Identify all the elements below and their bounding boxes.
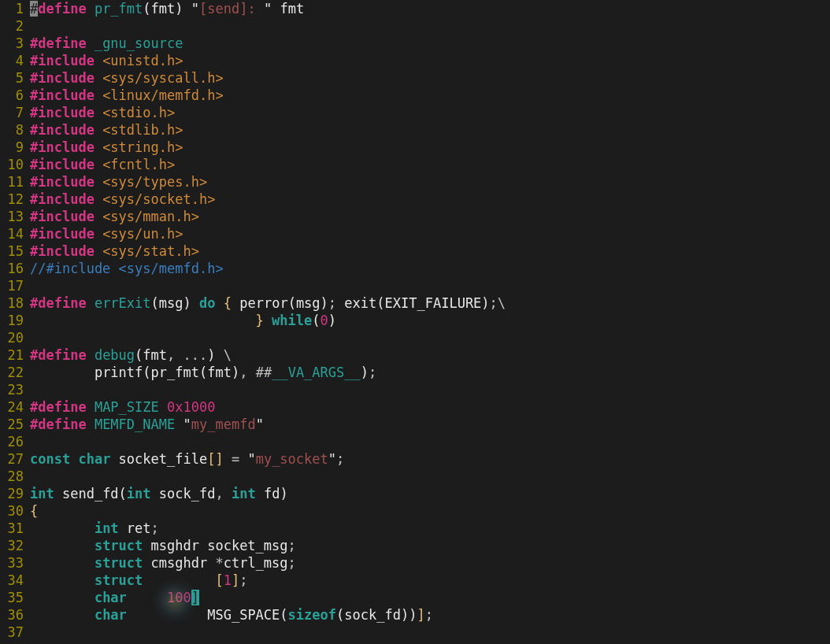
line-number: 5 — [0, 69, 24, 87]
token-number: 0 — [321, 313, 328, 328]
token-op: \ — [498, 295, 506, 311]
code-line[interactable] — [30, 433, 506, 450]
token-paren: ( — [119, 486, 127, 502]
token-directive: #include — [30, 191, 102, 207]
token-brace: } — [256, 313, 272, 328]
token-type: int — [232, 486, 264, 502]
token-brace: ] — [232, 572, 239, 588]
token-number: 1 — [224, 572, 232, 588]
token-paren: ( — [312, 313, 320, 328]
token-ident: MSG_SPACE — [207, 607, 280, 623]
code-line[interactable]: #include <sys/types.h> — [30, 173, 506, 191]
token-ident — [30, 365, 94, 380]
code-line[interactable]: struct [1]; — [30, 572, 506, 589]
code-line[interactable]: #define pr_fmt(fmt) "[send]: " fmt — [30, 0, 506, 17]
line-number: 8 — [0, 121, 24, 139]
code-line[interactable]: #define MEMFD_NAME "my_memfd" — [30, 416, 506, 433]
code-line[interactable]: } while(0) — [30, 312, 506, 329]
code-line[interactable] — [30, 329, 506, 346]
token-hlbracket: ] — [191, 590, 199, 605]
code-line[interactable]: printf(pr_fmt(fmt), ##__VA_ARGS__); — [30, 364, 506, 381]
line-number: 32 — [0, 537, 24, 554]
token-ident: sock_fd — [159, 486, 216, 502]
token-op: * — [215, 555, 223, 571]
code-line[interactable]: #include <stdio.h> — [30, 104, 506, 121]
token-directive: #include — [30, 226, 102, 242]
code-line[interactable]: char MSG_SPACE(sizeof(sock_fd))]; — [30, 606, 506, 624]
token-ident: ret — [127, 520, 151, 536]
code-line[interactable] — [30, 468, 506, 485]
code-line[interactable] — [30, 277, 506, 294]
code-area[interactable]: #define pr_fmt(fmt) "[send]: " fmt#defin… — [27, 0, 506, 641]
token-type: char — [94, 590, 135, 605]
token-string: my_memfd — [191, 416, 256, 432]
token-ident — [30, 572, 94, 588]
token-keyword: const — [30, 451, 78, 467]
code-line[interactable]: { — [30, 502, 506, 520]
token-type: int — [94, 520, 127, 536]
token-macroName: MEMFD_NAME — [94, 416, 183, 432]
editor[interactable]: 1234567891011121314151617181920212223242… — [0, 0, 830, 641]
token-string: my_socket — [256, 451, 328, 467]
token-paren: ) — [232, 365, 239, 380]
code-line[interactable]: #include <sys/mman.h> — [30, 208, 506, 225]
token-ident: fmt — [280, 1, 304, 17]
token-ident: ctrl_msg — [224, 555, 288, 571]
code-line[interactable] — [30, 624, 506, 641]
code-line[interactable]: int send_fd(int sock_fd, int fd) — [30, 485, 506, 502]
token-string: [send]: — [199, 1, 264, 17]
line-number: 20 — [0, 329, 24, 346]
token-keyword: sizeof — [288, 607, 336, 623]
token-directive: define — [38, 1, 94, 17]
code-line[interactable]: #define errExit(msg) do { perror(msg); e… — [30, 294, 506, 312]
token-directive: #include — [30, 174, 102, 190]
token-paren: ) — [328, 313, 336, 328]
token-directive: #include — [30, 53, 102, 68]
code-line[interactable]: int ret; — [30, 520, 506, 537]
code-line[interactable]: #include <stdlib.h> — [30, 121, 506, 139]
token-brace: ] — [417, 607, 424, 623]
code-line[interactable]: #include <sys/syscall.h> — [30, 69, 506, 87]
code-line[interactable] — [30, 381, 506, 398]
code-line[interactable]: #define _gnu_source — [30, 35, 506, 52]
code-line[interactable] — [30, 17, 506, 35]
code-line[interactable]: //#include <sys/memfd.h> — [30, 260, 506, 277]
line-number: 7 — [0, 104, 24, 121]
token-op: ## — [256, 365, 272, 380]
token-header: <unistd.h> — [102, 53, 183, 68]
token-type: int — [30, 486, 62, 502]
token-paren: ) — [321, 295, 328, 311]
code-line[interactable]: struct msghdr socket_msg; — [30, 537, 506, 554]
code-line[interactable]: char 100] — [30, 589, 506, 606]
line-number: 17 — [0, 277, 24, 294]
token-ident — [135, 590, 167, 605]
code-line[interactable]: #include <unistd.h> — [30, 52, 506, 69]
code-line[interactable]: #include <sys/un.h> — [30, 225, 506, 242]
line-number: 34 — [0, 572, 24, 589]
token-keyword: while — [272, 313, 312, 328]
code-line[interactable]: #define MAP_SIZE 0x1000 — [30, 398, 506, 416]
code-line[interactable]: #define debug(fmt, ...) \ — [30, 346, 506, 364]
token-header: <sys/un.h> — [102, 226, 183, 242]
token-ident: pr_fmt — [151, 365, 199, 380]
line-number: 26 — [0, 433, 24, 450]
line-number: 2 — [0, 17, 24, 35]
code-line[interactable]: struct cmsghdr *ctrl_msg; — [30, 554, 506, 572]
code-line[interactable]: #include <string.h> — [30, 139, 506, 156]
token-ident — [30, 520, 94, 536]
code-line[interactable]: #include <linux/memfd.h> — [30, 87, 506, 104]
token-paren: ( — [376, 295, 384, 311]
token-brace: { — [224, 295, 239, 311]
token-ident: socket_file — [119, 451, 208, 467]
code-line[interactable]: #include <fcntl.h> — [30, 156, 506, 173]
token-header: <fcntl.h> — [102, 157, 175, 172]
code-line[interactable]: #include <sys/stat.h> — [30, 242, 506, 260]
line-number: 15 — [0, 242, 24, 260]
token-ident: exit — [344, 295, 376, 311]
code-line[interactable]: const char socket_file[] = "my_socket"; — [30, 450, 506, 468]
token-punct: , — [167, 347, 183, 363]
line-number: 35 — [0, 589, 24, 606]
token-type: char — [94, 607, 135, 623]
code-line[interactable]: #include <sys/socket.h> — [30, 191, 506, 208]
token-brace: [] — [207, 451, 232, 467]
